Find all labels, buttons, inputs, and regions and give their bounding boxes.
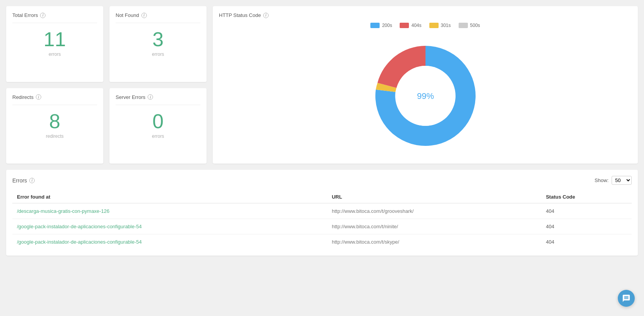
error-found-at-cell: /google-pack-instalador-de-aplicaciones-… <box>12 219 327 234</box>
errors-section: Errors i Show: 10 25 50 100 Error found … <box>6 170 638 256</box>
error-link[interactable]: /google-pack-instalador-de-aplicaciones-… <box>17 224 142 229</box>
redirects-title: Redirects i <box>12 94 97 105</box>
not-found-value: 3 <box>116 29 200 49</box>
table-header-row: Error found at URL Status Code <box>12 191 632 203</box>
status-code-cell: 404 <box>541 219 632 234</box>
col-url: URL <box>327 191 541 203</box>
url-cell: http://www.bitoca.com/t/grooveshark/ <box>327 203 541 219</box>
redirects-value: 8 <box>12 111 97 131</box>
total-errors-label: errors <box>12 52 97 57</box>
server-errors-title: Server Errors i <box>116 94 200 105</box>
legend-301s: 301s <box>429 23 451 28</box>
server-errors-value: 0 <box>116 111 200 131</box>
errors-table: Error found at URL Status Code /descarga… <box>12 191 632 249</box>
col-error-found-at: Error found at <box>12 191 327 203</box>
table-row: /google-pack-instalador-de-aplicaciones-… <box>12 219 632 234</box>
legend-color-301s <box>429 23 439 28</box>
legend-404s: 404s <box>400 23 421 28</box>
donut-center-label: 99% <box>417 91 434 101</box>
donut-chart: 99% <box>219 34 632 157</box>
errors-header: Errors i Show: 10 25 50 100 <box>12 176 632 185</box>
status-code-cell: 404 <box>541 203 632 219</box>
table-row: /descarga-musica-gratis-con-pymaxe-126ht… <box>12 203 632 219</box>
server-errors-card: Server Errors i 0 errors <box>109 88 207 164</box>
table-row: /google-pack-instalador-de-aplicaciones-… <box>12 234 632 250</box>
error-found-at-cell: /descarga-musica-gratis-con-pymaxe-126 <box>12 203 327 219</box>
not-found-card: Not Found i 3 errors <box>109 6 207 82</box>
legend-color-200s <box>370 23 380 28</box>
redirects-label: redirects <box>12 134 97 139</box>
chart-info-icon[interactable]: i <box>263 13 269 18</box>
legend-color-500s <box>459 23 468 28</box>
show-control: Show: 10 25 50 100 <box>595 176 632 185</box>
total-errors-title: Total Errors i <box>12 12 97 23</box>
redirects-info-icon[interactable]: i <box>36 94 41 100</box>
status-code-cell: 404 <box>541 234 632 250</box>
error-link[interactable]: /descarga-musica-gratis-con-pymaxe-126 <box>17 208 109 214</box>
legend-500s: 500s <box>459 23 480 28</box>
url-cell: http://www.bitoca.com/t/skype/ <box>327 234 541 250</box>
not-found-label: errors <box>116 52 200 57</box>
total-errors-value: 11 <box>12 29 97 49</box>
total-errors-card: Total Errors i 11 errors <box>6 6 103 82</box>
show-select[interactable]: 10 25 50 100 <box>612 176 632 185</box>
top-section: Total Errors i 11 errors Not Found i 3 e… <box>0 0 644 170</box>
error-link[interactable]: /google-pack-instalador-de-aplicaciones-… <box>17 239 142 245</box>
total-errors-info-icon[interactable]: i <box>40 13 45 18</box>
not-found-title: Not Found i <box>116 12 200 23</box>
errors-info-icon[interactable]: i <box>29 178 35 183</box>
not-found-info-icon[interactable]: i <box>141 13 147 18</box>
chart-title: HTTP Status Code i <box>219 12 632 18</box>
chart-legend: 200s 404s 301s 500s <box>219 23 632 28</box>
stats-grid: Total Errors i 11 errors Not Found i 3 e… <box>6 6 207 164</box>
redirects-card: Redirects i 8 redirects <box>6 88 103 164</box>
legend-200s: 200s <box>370 23 392 28</box>
col-status-code: Status Code <box>541 191 632 203</box>
errors-title: Errors i <box>12 177 35 184</box>
url-cell: http://www.bitoca.com/t/ninite/ <box>327 219 541 234</box>
error-found-at-cell: /google-pack-instalador-de-aplicaciones-… <box>12 234 327 250</box>
server-errors-info-icon[interactable]: i <box>148 94 153 100</box>
server-errors-label: errors <box>116 134 200 139</box>
http-status-chart-section: HTTP Status Code i 200s 404s 301s 500s <box>213 6 638 164</box>
legend-color-404s <box>400 23 409 28</box>
